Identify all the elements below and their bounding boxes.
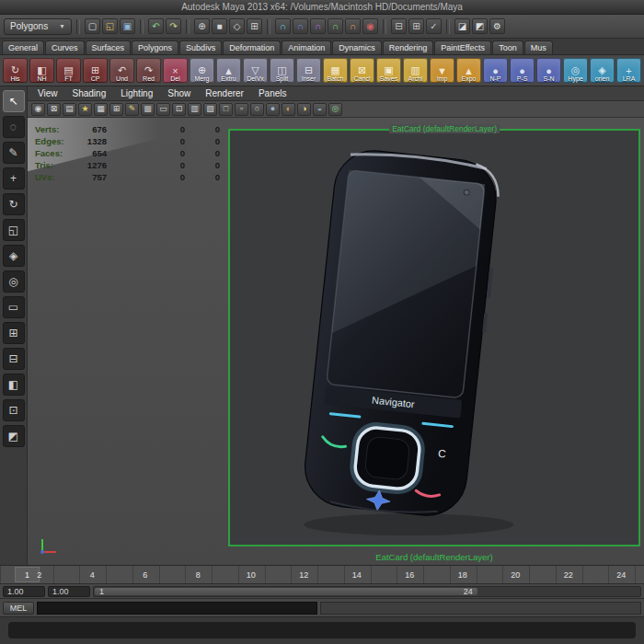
archi[interactable]: ▥ Archi	[403, 58, 428, 83]
paint-select-tool[interactable]: ✎	[3, 142, 25, 164]
open-scene-icon[interactable]: ◱	[102, 18, 118, 34]
image-plane-icon[interactable]: ▦	[94, 103, 108, 116]
render-settings-icon[interactable]: ⚙	[489, 18, 505, 34]
layout-persp-outliner-button[interactable]: ◧	[3, 374, 25, 396]
gate-mask-icon[interactable]: ▥	[188, 103, 201, 116]
panel-menu-item[interactable]: Shading	[66, 88, 113, 98]
smooth-shade-mode-icon[interactable]: ●	[266, 103, 280, 116]
grease-pencil-icon[interactable]: ✎	[125, 103, 139, 116]
panel-menu-item[interactable]: View	[31, 88, 64, 98]
saves[interactable]: ▣ Saves	[376, 58, 401, 83]
select-camera-icon[interactable]: ◉	[31, 103, 45, 116]
layout-hypershade-button[interactable]: ◩	[3, 425, 25, 447]
s-n[interactable]: ● S-N	[536, 58, 561, 83]
time-slider[interactable]: 1 24681012141618202224	[0, 565, 644, 583]
select-hierarchy-icon[interactable]: ⊕	[194, 18, 210, 34]
panel-menu-item[interactable]: Lighting	[114, 88, 159, 98]
extru[interactable]: ▲ Extru	[216, 58, 241, 83]
layout-four-pane-button[interactable]: ⊞	[3, 322, 25, 344]
panel-menu-item[interactable]: Panels	[252, 88, 293, 98]
shelf-tab[interactable]: Deformation	[223, 40, 281, 54]
select-tool[interactable]: ↖	[3, 90, 25, 112]
range-slider-handle[interactable]: 1 24	[95, 588, 477, 595]
soft-modification-tool[interactable]: ◎	[3, 270, 25, 293]
bookmark-icon[interactable]: ★	[78, 103, 92, 116]
ft[interactable]: ▤ FT	[56, 58, 81, 83]
range-slider-track[interactable]: 1 24	[93, 586, 641, 597]
n-p[interactable]: ● N-P	[483, 58, 508, 83]
merg[interactable]: ⊕ Merg	[190, 58, 214, 83]
lasso-tool[interactable]: ◌	[3, 116, 25, 138]
ipr-render-icon[interactable]: ◩	[472, 18, 488, 34]
split[interactable]: ◫ Split	[270, 58, 294, 83]
construction-history-icon[interactable]: ✓	[426, 18, 442, 34]
mel-input[interactable]	[37, 602, 317, 615]
p-s[interactable]: ● P-S	[510, 58, 535, 83]
new-scene-icon[interactable]: ▢	[85, 18, 100, 34]
cancl[interactable]: ⊠ Cancl	[350, 58, 374, 83]
snap-to-grid-icon[interactable]: ∩	[275, 18, 291, 34]
snap-to-view-plane-icon[interactable]: ∩	[328, 18, 343, 34]
nh[interactable]: ◧ NH	[29, 58, 54, 83]
render-current-frame-icon[interactable]: ◪	[454, 18, 470, 34]
camera-attributes-icon[interactable]: ▤	[63, 103, 76, 116]
animation-start-field[interactable]: 1.00	[3, 586, 45, 597]
layout-two-pane-button[interactable]: ⊟	[3, 348, 25, 370]
inser[interactable]: ⊟ Inser	[296, 58, 321, 83]
orien[interactable]: ◈ orien	[590, 58, 615, 83]
select-object-icon[interactable]: ■	[212, 18, 227, 34]
phone-model[interactable]: Navigator C	[230, 131, 638, 545]
resolution-gate-icon[interactable]: ⊡	[172, 103, 186, 116]
field-chart-icon[interactable]: ▧	[203, 103, 217, 116]
his[interactable]: ↻ His	[3, 58, 28, 83]
und[interactable]: ↶ Und	[109, 58, 134, 83]
shelf-tab[interactable]: General	[2, 40, 44, 54]
layout-single-pane-button[interactable]: ▭	[3, 296, 25, 318]
panel-menu-item[interactable]: Renderer	[199, 88, 250, 98]
snap-to-surface-icon[interactable]: ∩	[345, 18, 361, 34]
shelf-tab[interactable]: Polygons	[132, 40, 178, 54]
input-connections-icon[interactable]: ⊟	[391, 18, 407, 34]
isolate-select-icon[interactable]: ◎	[328, 103, 342, 116]
layout-persp-graph-button[interactable]: ⊡	[3, 399, 25, 421]
shelf-tab[interactable]: Surfaces	[86, 40, 132, 54]
save-scene-icon[interactable]: ▣	[120, 18, 135, 34]
textured-mode-icon[interactable]: ◐	[282, 103, 295, 116]
panel-menu-item[interactable]: Show	[161, 88, 197, 98]
del[interactable]: × Del	[163, 58, 188, 83]
viewport[interactable]: Verts: 676 0 0 Edges: 1328 0 0 Faces:	[28, 118, 644, 565]
shelf-tab[interactable]: Subdivs	[179, 40, 222, 54]
universal-manipulator-tool[interactable]: ◈	[3, 245, 25, 267]
shelf-tab[interactable]: Rendering	[383, 40, 434, 54]
hype[interactable]: ◎ Hype	[563, 58, 588, 83]
undo-icon[interactable]: ↶	[148, 18, 164, 34]
shelf-tab[interactable]: Animation	[282, 40, 331, 54]
lra[interactable]: + LRA	[616, 58, 641, 83]
2d-pan-zoom-icon[interactable]: ⊞	[109, 103, 123, 116]
mel-toggle-button[interactable]: MEL	[3, 602, 34, 615]
wireframe-mode-icon[interactable]: ○	[250, 103, 264, 116]
make-live-icon[interactable]: ◉	[362, 18, 378, 34]
lock-camera-icon[interactable]: ⊠	[47, 103, 61, 116]
use-all-lights-icon[interactable]: ◑	[297, 103, 311, 116]
safe-action-icon[interactable]: □	[219, 103, 233, 116]
delvx[interactable]: ▽ DelVx	[243, 58, 268, 83]
batch[interactable]: ▦ Batch	[323, 58, 348, 83]
selection-mask-icon[interactable]: ⊞	[247, 18, 262, 34]
shelf-tab[interactable]: Toon	[492, 40, 523, 54]
output-connections-icon[interactable]: ⊞	[408, 18, 424, 34]
snap-to-curve-icon[interactable]: ∩	[293, 18, 308, 34]
menu-set-selector[interactable]: Polygons ▼	[4, 18, 72, 35]
shadows-icon[interactable]: ◒	[313, 103, 327, 116]
camera-view-gate[interactable]: EatCard (defaultRenderLayer)	[228, 129, 640, 546]
shelf-tab[interactable]: PaintEffects	[434, 40, 491, 54]
shelf-tab[interactable]: Mus	[524, 40, 553, 54]
safe-title-icon[interactable]: ▫	[235, 103, 248, 116]
snap-to-point-icon[interactable]: ∩	[310, 18, 326, 34]
shelf-tab[interactable]: Dynamics	[332, 40, 382, 54]
playback-start-field[interactable]: 1.00	[48, 586, 90, 597]
rotate-tool[interactable]: ↻	[3, 193, 25, 215]
select-component-icon[interactable]: ◇	[229, 18, 245, 34]
redo-icon[interactable]: ↷	[166, 18, 181, 34]
imp[interactable]: ▼ Imp	[430, 58, 454, 83]
